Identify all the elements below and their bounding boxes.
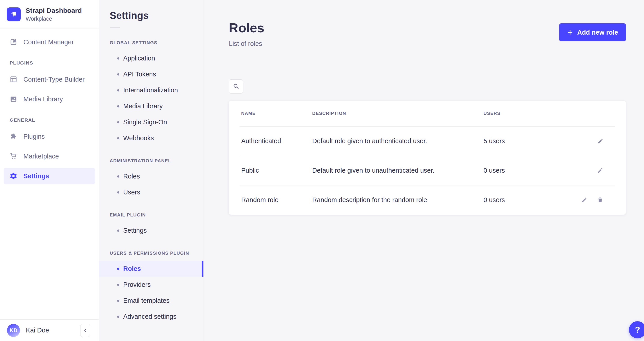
nav-section-general-label: GENERAL [0, 117, 99, 123]
workspace-brand[interactable]: Strapi Dashboard Workplace [0, 0, 99, 29]
sidebar-item-marketplace[interactable]: Marketplace [4, 148, 95, 164]
column-header-users: USERS [484, 111, 580, 116]
page-subtitle: List of roles [229, 40, 264, 48]
subnav-item-admin-users[interactable]: Users [99, 184, 203, 200]
chevron-left-icon [82, 328, 88, 333]
subnav-item-media-library[interactable]: Media Library [99, 98, 203, 114]
user-name: Kai Doe [26, 326, 80, 334]
nav-section-plugins-label: PLUGINS [0, 60, 99, 66]
subnav-item-label: Media Library [123, 102, 163, 110]
subnav-item-label: Providers [123, 281, 151, 288]
edit-role-button[interactable] [580, 196, 588, 204]
row-actions [580, 167, 614, 174]
subnav-item-admin-roles[interactable]: Roles [99, 168, 203, 184]
subnav-title-divider [110, 28, 120, 28]
sidebar-footer: KD Kai Doe [0, 320, 99, 341]
subnav-item-internationalization[interactable]: Internationalization [99, 82, 203, 98]
search-button[interactable] [229, 79, 243, 94]
bullet-icon [117, 57, 119, 60]
main-content: Roles List of roles Add new role [204, 0, 644, 341]
avatar[interactable]: KD [7, 324, 20, 337]
feather-pen-icon [10, 38, 18, 46]
image-icon [10, 95, 18, 103]
page-header: Roles List of roles Add new role [204, 0, 644, 48]
delete-role-button[interactable] [596, 196, 604, 204]
subnav-item-up-roles[interactable]: Roles [99, 261, 203, 277]
bullet-icon [117, 316, 119, 318]
subnav-item-label: Settings [123, 227, 147, 234]
subnav-item-email-settings[interactable]: Settings [99, 222, 203, 238]
gear-icon [10, 172, 18, 180]
table-row-public[interactable]: Public Default role given to unauthentic… [229, 156, 626, 185]
subnav-item-label: Roles [123, 173, 140, 180]
column-header-description: DESCRIPTION [312, 111, 484, 116]
subnav-item-api-tokens[interactable]: API Tokens [99, 66, 203, 82]
table-row-random-role[interactable]: Random role Random description for the r… [229, 186, 626, 215]
role-name: Public [241, 167, 312, 174]
subnav-section-email-plugin: EMAIL PLUGIN [110, 212, 203, 218]
role-users-count: 0 users [484, 167, 580, 174]
role-users-count: 0 users [484, 196, 580, 204]
main-sidebar: Strapi Dashboard Workplace Content Manag… [0, 0, 99, 341]
add-new-role-button[interactable]: Add new role [559, 24, 626, 41]
cart-icon [10, 152, 18, 160]
sidebar-item-media-library[interactable]: Media Library [4, 91, 95, 108]
bullet-icon [117, 191, 119, 194]
collapse-sidebar-button[interactable] [80, 324, 90, 337]
sidebar-item-settings[interactable]: Settings [4, 168, 95, 184]
help-button[interactable]: ? [629, 321, 644, 338]
bullet-icon [117, 89, 119, 92]
pencil-icon [597, 167, 604, 174]
sidebar-item-label: Marketplace [24, 153, 59, 160]
bullet-icon [117, 105, 119, 108]
role-users-count: 5 users [484, 137, 580, 145]
question-mark-icon: ? [635, 325, 640, 335]
page-title-block: Roles List of roles [229, 21, 264, 48]
bullet-icon [117, 268, 119, 270]
table-row-authenticated[interactable]: Authenticated Default role given to auth… [229, 126, 626, 156]
pencil-icon [597, 138, 604, 144]
plus-icon [567, 29, 573, 36]
role-description: Random description for the random role [312, 196, 484, 204]
subnav-item-label: API Tokens [123, 70, 156, 78]
subnav-item-application[interactable]: Application [99, 50, 203, 66]
edit-role-button[interactable] [596, 167, 604, 174]
trash-icon [597, 197, 604, 204]
subnav-item-label: Webhooks [123, 134, 154, 142]
role-description: Default role given to unauthenticated us… [312, 167, 484, 174]
brand-texts: Strapi Dashboard Workplace [26, 6, 82, 22]
subnav-item-label: Advanced settings [123, 313, 176, 320]
edit-role-button[interactable] [596, 137, 604, 145]
active-indicator-bar [202, 261, 204, 277]
row-actions [580, 196, 614, 204]
sidebar-item-label: Media Library [24, 96, 63, 103]
sidebar-item-content-manager[interactable]: Content Manager [4, 34, 95, 50]
strapi-logo-icon [7, 8, 21, 21]
subnav-title: Settings [110, 10, 203, 21]
subnav-item-single-sign-on[interactable]: Single Sign-On [99, 114, 203, 130]
subnav-item-webhooks[interactable]: Webhooks [99, 130, 203, 146]
bullet-icon [117, 121, 119, 124]
subnav-item-email-templates[interactable]: Email templates [99, 293, 203, 309]
main-nav-list: Content Manager PLUGINS Content-Type Bui… [0, 29, 99, 320]
subnav-item-label: Roles [123, 265, 141, 272]
roles-table-card: NAME DESCRIPTION USERS Authenticated Def… [229, 101, 626, 215]
bullet-icon [117, 137, 119, 139]
toolbar [229, 79, 644, 94]
sidebar-item-label: Content Manager [24, 38, 74, 46]
workspace-name: Workplace [26, 15, 82, 22]
bullet-icon [117, 73, 119, 76]
subnav-item-providers[interactable]: Providers [99, 277, 203, 293]
table-header-row: NAME DESCRIPTION USERS [229, 101, 626, 126]
subnav-item-label: Internationalization [123, 86, 178, 94]
sidebar-item-plugins[interactable]: Plugins [4, 128, 95, 145]
role-description: Default role given to authenticated user… [312, 137, 484, 145]
add-new-role-label: Add new role [577, 29, 618, 36]
bullet-icon [117, 175, 119, 178]
subnav-item-advanced-settings[interactable]: Advanced settings [99, 309, 203, 324]
subnav-item-label: Single Sign-On [123, 118, 167, 126]
row-actions [580, 137, 614, 145]
puzzle-icon [10, 132, 18, 140]
subnav-item-label: Users [123, 188, 140, 196]
sidebar-item-content-type-builder[interactable]: Content-Type Builder [4, 71, 95, 88]
